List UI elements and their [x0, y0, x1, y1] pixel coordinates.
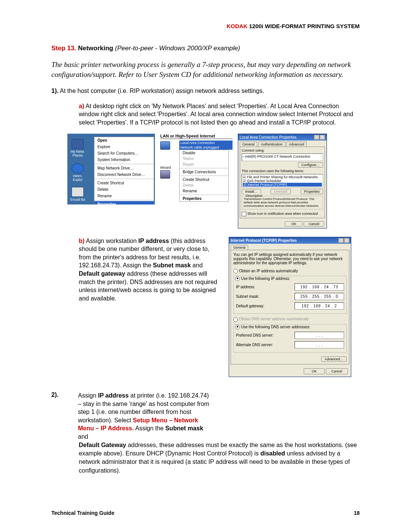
help-button[interactable]: ?	[338, 238, 344, 243]
ip-label: IP address:	[236, 285, 295, 289]
radio-manual-ip[interactable]: Use the following IP address:	[235, 276, 345, 281]
menu-item[interactable]: Rename	[94, 193, 154, 199]
radio-icon	[233, 317, 238, 322]
adapter-box: ▪ Intel(R) PRO/1000 CT Network Connectio…	[242, 153, 323, 161]
lan-context-menu-screenshot: LAN or High-Speed Internet Wizard Local …	[160, 134, 233, 202]
menu-item[interactable]: Rename	[180, 188, 228, 194]
menu-item[interactable]: Disconnect Network Drive…	[94, 171, 154, 178]
description-text: Transmission Control Protocol/Internet P…	[244, 197, 321, 208]
radio-icon[interactable]	[233, 269, 238, 273]
page-footer: Technical Training Guide 18	[51, 510, 360, 516]
tab-advanced[interactable]: Advanced	[286, 142, 307, 147]
components-list: ☑ File and Printer Sharing for Microsoft…	[242, 174, 323, 188]
menu-item[interactable]: Map Network Drive…	[94, 165, 154, 171]
step-title: Step 13. Networking (Peer-to-peer - Wind…	[51, 45, 360, 52]
dialog-body: You can get IP settings assigned automat…	[231, 250, 349, 364]
menu-item[interactable]: Disable	[180, 150, 228, 156]
menu-item[interactable]: Explore	[94, 144, 154, 150]
list-item[interactable]: ☑ File and Printer Sharing for Microsoft…	[243, 175, 322, 179]
subnet-input[interactable]: 255 . 255 . 255 . 0	[295, 293, 344, 300]
configure-button[interactable]: Configure…	[298, 162, 323, 168]
text-bold: Default gateway	[79, 270, 125, 277]
step-1b-label: b)	[79, 238, 84, 244]
close-button[interactable]: ×	[320, 135, 325, 140]
pref-dns-label: Preferred DNS server:	[236, 333, 295, 337]
text-bold: disabled	[260, 450, 285, 457]
wizard-label: Wizard	[160, 166, 179, 169]
lan-properties-dialog: Local Area Connection Properties ? × Gen…	[238, 134, 327, 228]
text: and	[191, 262, 202, 268]
menu-item[interactable]: Open	[94, 137, 154, 144]
radio-manual-dns[interactable]: Use the following DNS server addresses:	[235, 325, 345, 329]
window-buttons: ? ×	[338, 238, 349, 243]
step-number: Step 13.	[51, 45, 76, 52]
screenshots-row-1: My Netw. Places Intern. Explor Encad Ba …	[67, 134, 360, 228]
dns-fieldset: Use the following DNS server addresses: …	[233, 324, 347, 353]
text: Assign	[78, 392, 98, 399]
dialog-body: Connect using: ▪ Intel(R) PRO/1000 CT Ne…	[240, 147, 325, 218]
list-item[interactable]: ☑ QoS Packet Scheduler	[243, 179, 322, 183]
step-2-row: 2). Assign IP address at printer (i.e. 1…	[51, 391, 360, 441]
tab-general[interactable]: General	[231, 245, 248, 250]
radio-label: Use the following IP address:	[241, 276, 290, 281]
tcpip-properties-dialog: Internet Protocol (TCP/IP) Properties ? …	[229, 237, 351, 377]
menu-item[interactable]: Bridge Connections	[180, 169, 228, 175]
list-item-label: File and Printer Sharing for Microsoft N…	[247, 175, 318, 179]
menu-item: Delete	[180, 182, 228, 188]
advanced-button[interactable]: Advanced…	[321, 356, 347, 362]
ip-input[interactable]: 192 . 168 . 24 . 73	[295, 283, 344, 291]
radio-label: Obtain DNS server address automatically	[239, 317, 309, 321]
page-header: KODAK 1200i WIDE-FORMAT PRINTING SYSTEM	[51, 23, 360, 29]
list-item-label: Internet Protocol (TCP/IP)	[248, 183, 287, 187]
text: Assign the	[134, 425, 166, 431]
text-bold: Subnet mask	[165, 425, 203, 431]
show-icon-row[interactable]: Show icon in notification area when conn…	[242, 212, 323, 216]
lan-selection-status: Network cable unplugged	[179, 145, 233, 150]
step-2-label: 2).	[51, 391, 63, 398]
cancel-button[interactable]: Cancel	[304, 221, 324, 227]
icon-label: Intern. Explor	[73, 174, 83, 182]
menu-item[interactable]: Create Shortcut	[94, 180, 154, 186]
ok-button[interactable]: OK	[285, 221, 303, 227]
menu-item[interactable]: Delete	[94, 186, 154, 193]
page-number: 18	[354, 510, 360, 516]
properties-button[interactable]: Properties	[301, 189, 323, 194]
menu-item[interactable]: Properties	[180, 196, 228, 201]
text: and	[78, 433, 88, 440]
wizard-icon	[160, 170, 170, 179]
show-icon-label: Show icon in notification area when conn…	[247, 212, 318, 216]
text-bold: IP address	[139, 238, 169, 244]
lan-left-icons: Wizard	[160, 141, 179, 202]
step-1a: a) At desktop right click on 'My Network…	[79, 102, 360, 127]
checkbox-icon[interactable]	[242, 212, 246, 216]
install-button[interactable]: Install…	[242, 189, 261, 194]
step-1a-label: a)	[79, 103, 84, 109]
lan-context-menu: DisableStatusRepairBridge ConnectionsCre…	[179, 150, 229, 202]
tab-general[interactable]: General	[240, 142, 257, 147]
alt-dns-input[interactable]: . . .	[295, 341, 344, 348]
dialog-titlebar: Internet Protocol (TCP/IP) Properties ? …	[229, 237, 351, 244]
help-button[interactable]: ?	[314, 135, 319, 140]
radio-auto-ip[interactable]: Obtain an IP address automatically	[233, 269, 347, 273]
list-item-label: QoS Packet Scheduler	[247, 179, 282, 183]
cancel-button[interactable]: Cancel	[326, 368, 348, 374]
connect-using-label: Connect using:	[242, 149, 323, 152]
step-1: 1). At the host computer (i.e. RIP works…	[51, 87, 360, 95]
list-item-selected[interactable]: ☑ Internet Protocol (TCP/IP)	[243, 183, 322, 187]
tab-authentication[interactable]: Authentication	[258, 142, 285, 147]
radio-icon[interactable]	[235, 276, 240, 281]
menu-item[interactable]: System Information	[94, 157, 154, 163]
text-bold: Subnet mask	[153, 262, 191, 268]
menu-item[interactable]: Create Shortcut	[180, 177, 228, 182]
ok-button[interactable]: OK	[304, 368, 325, 374]
adapter-name: Intel(R) PRO/1000 CT Network Connection	[245, 155, 311, 158]
menu-item[interactable]: Search for Computers…	[94, 150, 154, 157]
step-2-continued: Default Gateway addresses, these address…	[79, 441, 360, 475]
gateway-input[interactable]: 192 . 168 . 24 . 2	[295, 302, 344, 310]
radio-icon[interactable]	[235, 325, 240, 329]
menu-item[interactable]: Properties	[94, 201, 154, 204]
pref-dns-input[interactable]: . . .	[295, 332, 344, 339]
uninstall-button[interactable]: Uninstall	[271, 189, 291, 194]
close-button[interactable]: ×	[344, 238, 349, 243]
encad-icon: Encad Ba	[68, 187, 87, 201]
